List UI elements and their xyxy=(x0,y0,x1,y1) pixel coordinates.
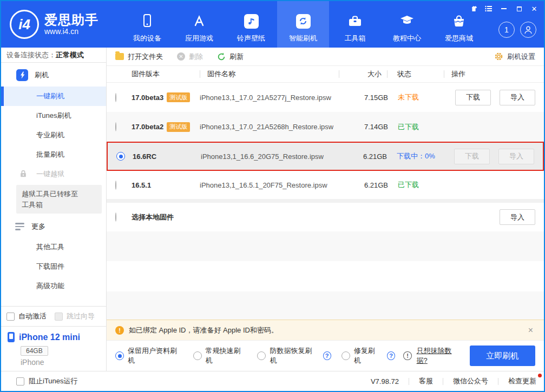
customer-service-link[interactable]: 客服 xyxy=(419,376,433,386)
nav-tutorial-center[interactable]: 教程中心 xyxy=(381,1,433,48)
maximize-icon[interactable] xyxy=(513,3,526,14)
firmware-radio-selected[interactable] xyxy=(116,152,125,161)
radio[interactable] xyxy=(193,351,202,360)
menu-list-icon[interactable] xyxy=(482,3,495,14)
block-itunes-checkbox[interactable] xyxy=(16,377,24,386)
flash-now-button[interactable]: 立即刷机 xyxy=(470,346,535,366)
nav-label: 爱思商城 xyxy=(445,34,473,43)
download-button[interactable]: 下载 xyxy=(455,90,491,105)
app-url: www.i4.cn xyxy=(44,28,99,36)
window-controls: ✕ xyxy=(467,3,541,14)
sidebar-group-label: 刷机 xyxy=(35,70,49,80)
sidebar-item-pro-flash[interactable]: 专业刷机 xyxy=(1,125,106,145)
firmware-row[interactable]: 16.5.1 iPhone13,1_16.5.1_20F75_Restore.i… xyxy=(107,171,544,199)
firmware-radio[interactable] xyxy=(115,122,116,131)
nav-label: 教程中心 xyxy=(393,34,421,43)
skip-setup-checkbox xyxy=(55,313,63,321)
nav-apps-games[interactable]: 应用游戏 xyxy=(173,1,225,48)
firmware-row[interactable]: 17.0beta2测试版 iPhone13,1_17.0_21A5268h_Re… xyxy=(107,112,544,142)
folder-icon xyxy=(115,53,124,60)
nav-label: 我的设备 xyxy=(133,34,161,43)
sidebar-item-itunes-flash[interactable]: iTunes刷机 xyxy=(1,106,106,125)
nav-my-device[interactable]: 我的设备 xyxy=(121,1,173,48)
status-bar: 阻止iTunes运行 V7.98.72 客服 微信公众号 检查更新 xyxy=(1,371,544,391)
notice-text: 如已绑定 Apple ID，请准备好 Apple ID和密码。 xyxy=(129,325,278,335)
status-downloading: 下载中：0% xyxy=(387,151,443,161)
check-update-link[interactable]: 检查更新 xyxy=(508,376,536,386)
nav-ringtones-wallpapers[interactable]: 铃声壁纸 xyxy=(225,1,277,48)
local-firmware-radio[interactable] xyxy=(115,212,116,222)
local-firmware-row[interactable]: 选择本地固件 导入 xyxy=(107,203,544,231)
import-button[interactable]: 导入 xyxy=(500,209,535,225)
sidebar-item-one-click-flash[interactable]: 一键刷机 xyxy=(1,87,106,106)
firmware-name: iPhone13,1_17.0_21A5268h_Restore.ipsw xyxy=(200,123,333,131)
sidebar-group-more[interactable]: 更多 xyxy=(1,216,106,237)
firmware-size: 7.14GB xyxy=(346,123,388,131)
exclamation-icon: ! xyxy=(403,351,411,360)
notification-badge[interactable]: 1 xyxy=(498,22,515,38)
radio[interactable] xyxy=(257,351,266,360)
open-folder-button[interactable]: 打开文件夹 xyxy=(115,52,163,62)
erase-data-link[interactable]: 只想抹除数据? xyxy=(417,346,461,366)
row-divider xyxy=(107,199,544,203)
firmware-row[interactable]: 17.0beta3测试版 iPhone13,1_17.0_21A5277j_Re… xyxy=(107,83,544,112)
sidebar-item-other-tools[interactable]: 其他工具 xyxy=(1,237,106,257)
radio[interactable] xyxy=(342,351,350,360)
skip-setup-label: 跳过向导 xyxy=(67,311,95,321)
main-panel: 打开文件夹 ✕ 删除 刷新 刷机设置 xyxy=(107,48,544,371)
wechat-account-link[interactable]: 微信公众号 xyxy=(453,376,488,386)
lock-icon xyxy=(19,169,28,180)
device-connection-status: 设备连接状态： 正常模式 xyxy=(1,48,106,63)
import-button-disabled: 导入 xyxy=(498,149,534,164)
firmware-name: iPhone13,1_16.6_20G75_Restore.ipsw xyxy=(201,152,324,161)
empty-stripe xyxy=(107,261,544,291)
sidebar-item-one-click-jailbreak: 一键越狱 xyxy=(1,164,106,184)
firmware-radio[interactable] xyxy=(115,93,116,102)
flash-settings-button[interactable]: 刷机设置 xyxy=(494,52,535,62)
column-status: 状态 xyxy=(388,69,444,79)
close-icon[interactable]: ✕ xyxy=(528,3,541,14)
theme-skin-icon[interactable] xyxy=(467,3,480,14)
jailbreak-moved-note: 越狱工具已转移至 工具箱 xyxy=(16,185,102,214)
nav-toolbox[interactable]: 工具箱 xyxy=(329,1,381,48)
firmware-radio[interactable] xyxy=(115,181,116,190)
help-icon[interactable]: ? xyxy=(323,351,331,360)
import-button[interactable]: 导入 xyxy=(500,90,535,105)
firmware-size: 7.15GB xyxy=(346,94,388,102)
option-normal-fast-flash[interactable]: 常规快速刷机 xyxy=(193,346,245,366)
sidebar-item-download-firmware[interactable]: 下载固件 xyxy=(1,257,106,276)
option-repair-flash[interactable]: 修复刷机 xyxy=(342,346,380,366)
more-lines-icon xyxy=(15,223,25,230)
update-red-dot xyxy=(538,374,542,377)
option-keep-user-data[interactable]: 保留用户资料刷机 xyxy=(115,346,181,366)
sidebar-item-label: 一键越狱 xyxy=(36,169,64,179)
sidebar-group-flash[interactable]: 刷机 xyxy=(1,64,106,87)
sidebar-nav: 刷机 一键刷机 iTunes刷机 专业刷机 批量刷机 一键越狱 越狱工具已转移至… xyxy=(1,63,106,306)
radio-selected[interactable] xyxy=(115,351,124,360)
refresh-button[interactable]: 刷新 xyxy=(217,52,244,62)
phone-icon xyxy=(140,13,154,29)
nav-label: 应用游戏 xyxy=(185,34,213,43)
block-itunes-label: 阻止iTunes运行 xyxy=(29,376,78,386)
help-icon[interactable]: ? xyxy=(387,351,395,360)
empty-stripe xyxy=(107,231,544,261)
table-header: 固件版本 固件名称 大小 状态 操作 xyxy=(107,66,544,83)
column-firmware-version: 固件版本 xyxy=(132,69,200,79)
device-name: iPhone 12 mini xyxy=(19,333,80,342)
avatar-icon[interactable] xyxy=(520,22,536,38)
status-badge: 未下载 xyxy=(388,92,444,102)
appstore-icon xyxy=(192,13,206,29)
notice-close-icon[interactable]: × xyxy=(526,325,535,335)
app-version: V7.98.72 xyxy=(371,377,399,386)
nav-smart-flash[interactable]: 智能刷机 xyxy=(277,1,329,48)
minimize-icon[interactable] xyxy=(497,3,510,14)
download-button-disabled: 下载 xyxy=(454,149,490,164)
firmware-name: iPhone13,1_17.0_21A5277j_Restore.ipsw xyxy=(200,94,331,102)
sidebar-item-advanced-features[interactable]: 高级功能 xyxy=(1,276,106,296)
firmware-row-selected[interactable]: 16.6RC iPhone13,1_16.6_20G75_Restore.ips… xyxy=(107,142,544,171)
sidebar-item-batch-flash[interactable]: 批量刷机 xyxy=(1,145,106,164)
device-info: iPhone 12 mini 64GB iPhone xyxy=(1,326,106,371)
option-anti-data-recovery[interactable]: 防数据恢复刷机 xyxy=(257,346,316,366)
auto-activate-checkbox[interactable] xyxy=(6,313,15,321)
user-zone: 1 xyxy=(498,22,536,38)
